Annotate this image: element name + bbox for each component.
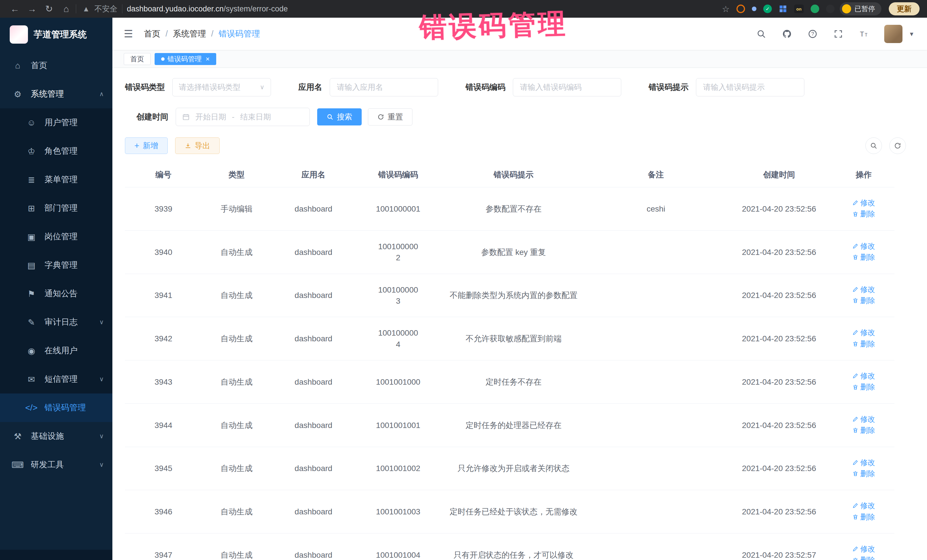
tab-error-code[interactable]: 错误码管理 × — [155, 53, 216, 65]
forward-icon[interactable]: → — [24, 4, 40, 14]
cell-actions: 修改删除 — [833, 447, 895, 490]
error-hint-input[interactable] — [696, 78, 804, 96]
reload-icon[interactable]: ↻ — [42, 3, 56, 14]
delete-link[interactable]: 删除 — [852, 382, 875, 392]
table-body: 3939手动编辑dashboard1001000001参数配置不存在ceshi2… — [125, 187, 895, 560]
sidebar-item-通知公告[interactable]: ⚑通知公告 — [0, 279, 112, 308]
back-icon[interactable]: ← — [8, 4, 22, 14]
sidebar-item-用户管理[interactable]: ☺用户管理 — [0, 108, 112, 137]
column-time: 创建时间 — [725, 162, 833, 187]
edit-link[interactable]: 修改 — [852, 327, 875, 338]
add-button[interactable]: + 新增 — [125, 137, 168, 154]
sidebar-item-短信管理[interactable]: ✉短信管理∨ — [0, 365, 112, 393]
delete-link[interactable]: 删除 — [852, 555, 875, 560]
error-type-select[interactable]: 请选择错误码类型 ∨ — [172, 78, 271, 96]
cell-remark — [587, 404, 725, 447]
sidebar-item-label: 错误码管理 — [44, 402, 86, 413]
edit-link[interactable]: 修改 — [852, 197, 875, 208]
sidebar-item-label: 系统管理 — [31, 88, 64, 100]
edit-link[interactable]: 修改 — [852, 457, 875, 467]
extension-icon-1[interactable] — [737, 5, 745, 13]
extension-icon-4[interactable] — [779, 5, 787, 13]
cell-id: 3946 — [125, 490, 202, 533]
edit-link[interactable]: 修改 — [852, 241, 875, 251]
edit-link[interactable]: 修改 — [852, 284, 875, 294]
logo-image — [10, 25, 28, 44]
logo-row[interactable]: 芋道管理系统 — [0, 18, 112, 51]
online-icon: ◉ — [25, 346, 38, 356]
github-icon[interactable] — [781, 29, 792, 39]
extension-icon-2[interactable] — [752, 6, 757, 11]
sidebar-item-部门管理[interactable]: ⊞部门管理 — [0, 194, 112, 222]
browser-chrome: ← → ↻ ⌂ ▲ 不安全 dashboard.yudao.iocoder.cn… — [0, 0, 927, 18]
table-row: 3944自动生成dashboard1001001001定时任务的处理器已经存在2… — [125, 404, 895, 447]
table-row: 3946自动生成dashboard1001001003定时任务已经处于该状态，无… — [125, 490, 895, 533]
sidebar-item-字典管理[interactable]: ▤字典管理 — [0, 251, 112, 279]
tab-home[interactable]: 首页 — [124, 53, 150, 65]
cell-app: dashboard — [271, 404, 356, 447]
extension-icon-7[interactable] — [826, 5, 834, 13]
table-header: 编号 类型 应用名 错误码编码 错误码提示 备注 创建时间 操作 — [125, 162, 895, 187]
address-bar[interactable]: ▲ 不安全 dashboard.yudao.iocoder.cn/system/… — [82, 4, 720, 14]
breadcrumb-system[interactable]: 系统管理 — [173, 28, 206, 39]
breadcrumb-home[interactable]: 首页 — [144, 28, 160, 39]
header-actions: ? TT ▾ — [756, 25, 913, 43]
browser-profile-badge[interactable]: 已暂停 — [840, 2, 881, 15]
delete-link[interactable]: 删除 — [852, 469, 875, 479]
cell-time: 2021-04-20 23:52:56 — [725, 231, 833, 274]
reset-button[interactable]: 重置 — [368, 108, 412, 126]
edit-link[interactable]: 修改 — [852, 414, 875, 424]
cell-remark — [587, 533, 725, 560]
delete-link[interactable]: 删除 — [852, 339, 875, 349]
edit-link[interactable]: 修改 — [852, 544, 875, 554]
sidebar-item-研发工具[interactable]: ⌨研发工具∨ — [0, 451, 112, 479]
extension-icon-3[interactable]: ✓ — [763, 5, 772, 13]
sidebar-item-label: 菜单管理 — [44, 174, 78, 185]
table-row: 3945自动生成dashboard1001001002只允许修改为开启或者关闭状… — [125, 447, 895, 490]
delete-link[interactable]: 删除 — [852, 425, 875, 436]
error-code-input[interactable] — [513, 78, 621, 96]
sidebar-item-审计日志[interactable]: ✎审计日志∨ — [0, 308, 112, 337]
chevron-down-icon[interactable]: ▾ — [910, 30, 913, 38]
cell-id: 3942 — [125, 317, 202, 360]
cell-actions: 修改删除 — [833, 490, 895, 533]
sidebar-item-岗位管理[interactable]: ▣岗位管理 — [0, 222, 112, 251]
search-icon[interactable] — [756, 29, 767, 39]
edit-link[interactable]: 修改 — [852, 371, 875, 381]
date-range-picker[interactable]: 开始日期 - 结束日期 — [176, 108, 310, 126]
show-search-icon-button[interactable] — [865, 137, 882, 154]
fullscreen-icon[interactable] — [833, 29, 844, 39]
cell-code: 100100000 4 — [356, 317, 441, 360]
refresh-table-button[interactable] — [889, 137, 906, 154]
edit-link[interactable]: 修改 — [852, 501, 875, 511]
close-icon[interactable]: × — [206, 55, 210, 63]
sidebar-item-错误码管理[interactable]: </>错误码管理 — [0, 393, 112, 422]
extension-icon-6[interactable] — [811, 5, 819, 13]
delete-link[interactable]: 删除 — [852, 209, 875, 219]
sidebar-item-角色管理[interactable]: ♔角色管理 — [0, 137, 112, 165]
cell-time: 2021-04-20 23:52:56 — [725, 360, 833, 404]
sidebar-item-菜单管理[interactable]: ≣菜单管理 — [0, 165, 112, 194]
browser-update-button[interactable]: 更新 — [889, 2, 919, 15]
sidebar-item-基础设施[interactable]: ⚒基础设施∨ — [0, 422, 112, 451]
bookmark-star-icon[interactable]: ☆ — [722, 4, 729, 14]
delete-link[interactable]: 删除 — [852, 512, 875, 522]
delete-link[interactable]: 删除 — [852, 252, 875, 262]
sidebar-footer[interactable] — [0, 550, 112, 560]
sidebar-item-首页[interactable]: ⌂首页 — [0, 51, 112, 80]
user-avatar[interactable] — [884, 25, 903, 43]
cell-time: 2021-04-20 23:52:56 — [725, 490, 833, 533]
delete-link[interactable]: 删除 — [852, 295, 875, 306]
extension-icon-5[interactable]: on — [794, 5, 804, 13]
sidebar-item-在线用户[interactable]: ◉在线用户 — [0, 337, 112, 365]
app-name-input[interactable] — [330, 78, 438, 96]
export-button[interactable]: 导出 — [175, 137, 220, 154]
search-button[interactable]: 搜索 — [317, 108, 362, 126]
cell-actions: 修改删除 — [833, 231, 895, 274]
font-size-icon[interactable]: TT — [859, 29, 869, 39]
collapse-sidebar-icon[interactable]: ☰ — [124, 28, 133, 40]
sidebar-item-系统管理[interactable]: ⚙系统管理∧ — [0, 80, 112, 108]
help-icon[interactable]: ? — [807, 29, 818, 39]
audit-icon: ✎ — [25, 317, 38, 327]
home-icon[interactable]: ⌂ — [59, 4, 74, 14]
